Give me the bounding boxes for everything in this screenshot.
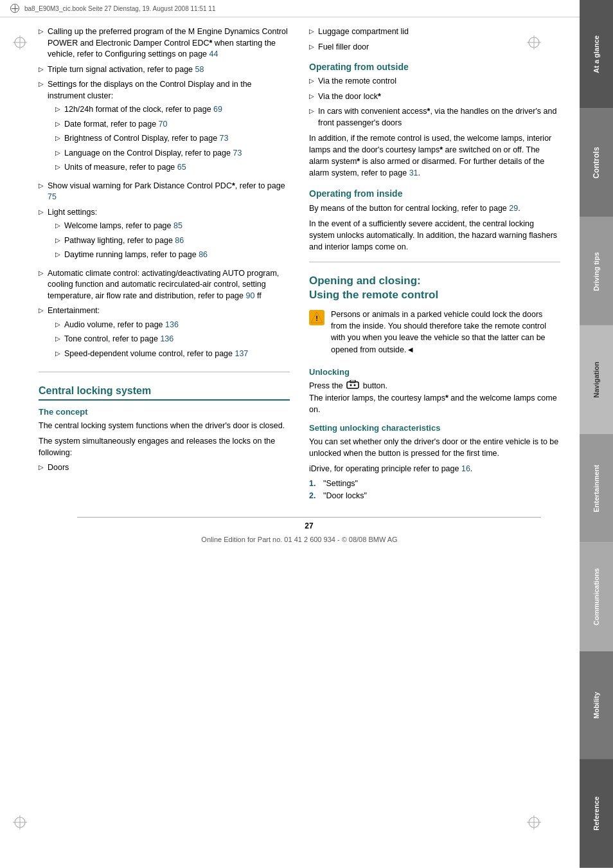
sidebar-tab-label: Driving tips [592,252,600,291]
sub-list-item: ▷ Welcome lamps, refer to page 85 [55,221,208,232]
bullet-text: Light settings: [48,208,97,217]
bullet-arrow: ▷ [309,27,314,38]
sidebar-tab-entertainment[interactable]: Entertainment [580,434,613,543]
bullet-arrow: ▷ [309,42,314,53]
sidebar: At a glance Controls Driving tips Naviga… [580,0,613,868]
sidebar-tab-driving[interactable]: Driving tips [580,217,613,326]
corner-mark-tl [13,35,27,50]
sidebar-tab-label: At a glance [592,35,600,73]
main-bullet-list: ▷ Calling up the preferred program of th… [39,26,290,363]
page-number: 27 [305,521,313,530]
sidebar-tab-label: Mobility [592,692,600,719]
link-65[interactable]: 65 [177,163,186,172]
list-item: ▷ In cars with convenient access*, via t… [309,106,560,129]
inside-paragraph-1: By means of the button for central locki… [309,203,560,214]
bullet-content: Settings for the displays on the Control… [48,79,290,177]
sub-bullet-arrow: ▷ [55,320,60,331]
sidebar-tab-reference[interactable]: Reference [580,759,613,868]
sidebar-tab-controls[interactable]: Controls [580,109,613,217]
bullet-text: Show visual warning for Park Distance Co… [48,181,290,203]
link-85[interactable]: 85 [173,221,182,230]
link-44[interactable]: 44 [209,50,218,59]
doors-list: ▷ Doors [39,462,290,474]
bullet-text: In cars with convenient access*, via the… [318,106,560,129]
sub-list-item: ▷ Language on the Control Display, refer… [55,148,290,159]
link-137[interactable]: 137 [235,349,248,358]
warning-icon: ! [309,310,324,325]
bullet-arrow: ▷ [39,306,44,363]
link-86b[interactable]: 86 [199,250,208,259]
bullet-arrow: ▷ [39,208,44,264]
link-86a[interactable]: 86 [175,236,184,245]
link-70[interactable]: 70 [159,120,168,129]
svg-text:!: ! [315,314,318,322]
sub-bullet-text: Welcome lamps, refer to page 85 [64,221,182,232]
sidebar-tab-communications[interactable]: Communications [580,543,613,651]
link-90[interactable]: 90 [246,291,255,300]
sub-bullet-list: ▷ Welcome lamps, refer to page 85 ▷ Path… [55,221,208,261]
bullet-arrow: ▷ [39,80,44,177]
idrive-text: iDrive, for operating principle refer to… [309,463,560,475]
list-item: ▷ Fuel filler door [309,42,560,53]
crosshair-icon [10,4,19,13]
link-29[interactable]: 29 [509,204,518,213]
link-136a[interactable]: 136 [165,320,179,329]
warning-box: ! Persons or animals in a parked vehicle… [309,309,560,359]
corner-mark-tr [527,35,541,50]
link-31[interactable]: 31 [409,168,418,177]
sub-list-item: ▷ Brightness of Control Display, refer t… [55,133,290,145]
sub-bullet-list: ▷ 12h/24h format of the clock, refer to … [55,104,290,174]
sub-list-item: ▷ Units of measure, refer to page 65 [55,162,290,174]
unlocking-paragraph: Press the button.The interior lamps, the… [309,380,560,416]
concept-paragraph-2: The system simultaneously engages and re… [39,435,290,458]
bullet-text: Calling up the preferred program of the … [48,26,290,60]
list-item: ▷ Show visual warning for Park Distance … [39,181,290,203]
link-73b[interactable]: 73 [233,149,242,158]
sub-bullet-arrow: ▷ [55,236,60,247]
bullet-arrow: ▷ [39,269,44,302]
sub-bullet-text: Brightness of Control Display, refer to … [64,133,228,145]
svg-point-16 [354,384,356,386]
section-divider-2 [309,262,560,262]
sidebar-tab-navigation[interactable]: Navigation [580,325,613,434]
bullet-arrow: ▷ [309,92,314,103]
sub-list-item: ▷ Tone control, refer to page 136 [55,334,248,345]
bullet-arrow: ▷ [39,27,44,60]
bullet-text: Doors [48,462,69,474]
sidebar-tab-mobility[interactable]: Mobility [580,651,613,760]
sub-list-item: ▷ 12h/24h format of the clock, refer to … [55,104,290,116]
sub-bullet-arrow: ▷ [55,105,60,116]
link-73a[interactable]: 73 [220,134,229,143]
bullet-text: Via the remote control [318,76,396,87]
sidebar-tab-label: Entertainment [592,464,600,512]
bullet-arrow: ▷ [39,65,44,76]
sub-bullet-text: Speed-dependent volume control, refer to… [64,348,248,360]
left-column: ▷ Calling up the preferred program of th… [39,26,290,504]
sub-bullet-text: 12h/24h format of the clock, refer to pa… [64,104,222,116]
bullet-arrow: ▷ [39,463,44,474]
sub-list-item: ▷ Daytime running lamps, refer to page 8… [55,249,208,261]
bullet-arrow: ▷ [309,107,314,129]
link-69[interactable]: 69 [213,105,222,114]
link-136b[interactable]: 136 [160,334,173,343]
link-16[interactable]: 16 [461,464,470,473]
outside-list: ▷ Via the remote control ▷ Via the door … [309,76,560,129]
corner-mark-br [527,815,541,829]
number-label: 1. [309,479,319,488]
sub-bullet-arrow: ▷ [55,149,60,159]
sidebar-tab-at-glance[interactable]: At a glance [580,0,613,109]
list-item: ▷ Light settings: ▷ Welcome lamps, refer… [39,207,290,264]
sub-list-item: ▷ Audio volume, refer to page 136 [55,320,248,331]
sub-bullet-arrow: ▷ [55,250,60,261]
unlocking-heading: Unlocking [309,367,560,377]
sub-bullet-arrow: ▷ [55,221,60,232]
sub-list-item: ▷ Pathway lighting, refer to page 86 [55,235,208,247]
link-75[interactable]: 75 [48,192,57,201]
list-item: ▷ Calling up the preferred program of th… [39,26,290,60]
sub-bullet-text: Audio volume, refer to page 136 [64,320,179,331]
outside-paragraph: In addition, if the remote control is us… [309,132,560,179]
list-item: ▷ Automatic climate control: activating/… [39,268,290,302]
link-58[interactable]: 58 [195,65,204,74]
sub-bullet-arrow: ▷ [55,134,60,145]
sub-list-item: ▷ Date format, refer to page 70 [55,119,290,131]
